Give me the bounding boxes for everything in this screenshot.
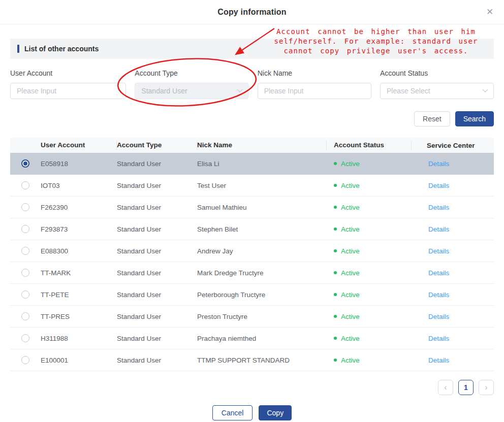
radio-button[interactable] bbox=[21, 290, 29, 299]
radio-button[interactable] bbox=[21, 203, 29, 211]
cell-account-status: Active bbox=[327, 356, 412, 364]
close-icon[interactable]: ✕ bbox=[484, 6, 496, 18]
details-link[interactable]: Details bbox=[428, 269, 449, 277]
search-button[interactable]: Search bbox=[455, 111, 494, 126]
details-link[interactable]: Details bbox=[428, 291, 449, 299]
radio-button[interactable] bbox=[21, 159, 29, 168]
table-row[interactable]: E100001 Standard User TTMP SUPPORT STAND… bbox=[10, 349, 494, 371]
account-status-select[interactable]: Please Select bbox=[380, 83, 494, 99]
cell-account-status: Active bbox=[327, 225, 412, 233]
cell-account-status: Active bbox=[327, 247, 412, 255]
reset-button[interactable]: Reset bbox=[414, 111, 450, 126]
cell-account-type: Standard User bbox=[117, 182, 197, 189]
cell-nick-name: Stephen Bilet bbox=[197, 225, 327, 233]
chevron-right-icon: › bbox=[485, 383, 487, 392]
table-row[interactable]: E058918 Standard User Elisa Li Active De… bbox=[10, 153, 494, 175]
header-service-center: Service Center bbox=[412, 142, 494, 149]
status-text: Active bbox=[341, 225, 360, 233]
cell-account-status: Active bbox=[327, 160, 412, 168]
table-row[interactable]: F262390 Standard User Samuel Mathieu Act… bbox=[10, 197, 494, 218]
status-text: Active bbox=[341, 356, 360, 364]
header-nick-name: Nick Name bbox=[197, 141, 327, 150]
cell-nick-name: Elisa Li bbox=[197, 160, 327, 168]
table-row[interactable]: TT-MARK Standard User Mark Dredge Tructy… bbox=[10, 262, 494, 284]
nick-name-label: Nick Name bbox=[258, 69, 371, 77]
cell-user-account: TT-PETE bbox=[41, 291, 117, 299]
table-row[interactable]: TT-PETE Standard User Peterborough Truct… bbox=[10, 284, 494, 306]
status-text: Active bbox=[341, 335, 360, 342]
cell-account-status: Active bbox=[327, 313, 412, 320]
radio-button[interactable] bbox=[21, 356, 29, 364]
section-accent-bar bbox=[17, 45, 19, 53]
account-status-placeholder: Please Select bbox=[387, 87, 430, 95]
table-row[interactable]: E088300 Standard User Andrew Jay Active … bbox=[10, 240, 494, 262]
cancel-button[interactable]: Cancel bbox=[212, 405, 253, 420]
radio-button[interactable] bbox=[21, 334, 29, 342]
radio-button[interactable] bbox=[21, 181, 29, 189]
table-row[interactable]: F293873 Standard User Stephen Bilet Acti… bbox=[10, 218, 494, 240]
copy-information-dialog: Copy information ✕ Account cannot be hig… bbox=[0, 0, 504, 422]
account-type-value: Standard User bbox=[141, 87, 187, 95]
prev-page-button[interactable]: ‹ bbox=[438, 380, 453, 395]
radio-button[interactable] bbox=[21, 269, 29, 277]
user-account-input[interactable] bbox=[10, 83, 126, 99]
filter-user-account: User Account bbox=[10, 69, 126, 99]
status-text: Active bbox=[341, 160, 360, 168]
radio-button[interactable] bbox=[21, 247, 29, 255]
annotation-line: Account cannot be higher than user him bbox=[259, 27, 493, 37]
details-link[interactable]: Details bbox=[428, 204, 449, 211]
details-link[interactable]: Details bbox=[428, 335, 449, 342]
cell-account-status: Active bbox=[327, 291, 412, 299]
radio-button[interactable] bbox=[21, 225, 29, 233]
dialog-header: Copy information ✕ bbox=[0, 0, 504, 24]
cell-account-type: Standard User bbox=[117, 356, 197, 364]
cell-account-type: Standard User bbox=[117, 313, 197, 320]
copy-button[interactable]: Copy bbox=[259, 405, 292, 420]
radio-button[interactable] bbox=[21, 312, 29, 320]
cell-account-status: Active bbox=[327, 335, 412, 342]
cell-user-account: H311988 bbox=[41, 335, 117, 342]
status-dot-icon bbox=[334, 359, 337, 362]
cell-nick-name: Prachaya niemthed bbox=[197, 335, 327, 342]
details-link[interactable]: Details bbox=[428, 356, 449, 364]
details-link[interactable]: Details bbox=[428, 247, 449, 255]
cell-user-account: TT-PRES bbox=[41, 313, 117, 320]
table-row[interactable]: IOT03 Standard User Test User Active Det… bbox=[10, 175, 494, 197]
nick-name-input[interactable] bbox=[258, 83, 371, 99]
table-row[interactable]: TT-PRES Standard User Preston Tructyre A… bbox=[10, 306, 494, 328]
status-dot-icon bbox=[334, 315, 337, 318]
cell-account-status: Active bbox=[327, 269, 412, 277]
next-page-button[interactable]: › bbox=[479, 380, 494, 395]
pagination: ‹ 1 › bbox=[10, 380, 494, 395]
details-link[interactable]: Details bbox=[428, 182, 449, 189]
status-text: Active bbox=[341, 182, 360, 189]
status-dot-icon bbox=[334, 337, 337, 340]
cell-user-account: F293873 bbox=[41, 225, 117, 233]
status-text: Active bbox=[341, 247, 360, 255]
dialog-footer: Cancel Copy bbox=[10, 405, 494, 420]
details-link[interactable]: Details bbox=[428, 160, 449, 168]
cell-account-type: Standard User bbox=[117, 225, 197, 233]
status-dot-icon bbox=[334, 249, 337, 252]
table-row[interactable]: H311988 Standard User Prachaya niemthed … bbox=[10, 328, 494, 349]
details-link[interactable]: Details bbox=[428, 225, 449, 233]
cell-nick-name: TTMP SUPPORT STANDARD bbox=[197, 356, 327, 364]
filter-account-status: Account Status Please Select bbox=[380, 69, 494, 99]
cell-account-status: Active bbox=[327, 182, 412, 189]
accounts-table: User Account Account Type Nick Name Acco… bbox=[10, 138, 494, 371]
account-type-select[interactable]: Standard User bbox=[135, 83, 248, 99]
filter-account-type: Account Type Standard User bbox=[135, 69, 248, 99]
status-dot-icon bbox=[334, 271, 337, 274]
status-text: Active bbox=[341, 204, 360, 211]
cell-account-type: Standard User bbox=[117, 269, 197, 277]
details-link[interactable]: Details bbox=[428, 313, 449, 320]
cell-user-account: TT-MARK bbox=[41, 269, 117, 277]
cell-account-type: Standard User bbox=[117, 291, 197, 299]
user-account-label: User Account bbox=[10, 69, 126, 77]
cell-nick-name: Samuel Mathieu bbox=[197, 204, 327, 211]
status-dot-icon bbox=[334, 162, 337, 165]
page-number-button[interactable]: 1 bbox=[458, 380, 474, 395]
account-type-label: Account Type bbox=[135, 69, 248, 77]
filter-row: User Account Account Type Standard User … bbox=[10, 69, 494, 99]
status-dot-icon bbox=[334, 184, 337, 187]
